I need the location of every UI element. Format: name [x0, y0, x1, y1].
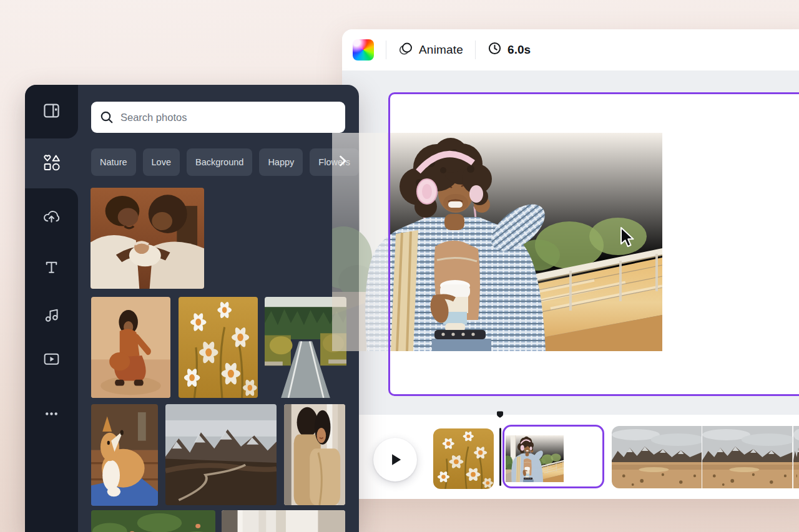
music-note-icon	[42, 305, 61, 324]
search-input[interactable]	[120, 112, 336, 123]
toolbar-divider	[386, 41, 386, 59]
elements-shapes-icon	[42, 153, 61, 172]
text-icon	[42, 258, 61, 277]
photo-tile-daisies[interactable]	[179, 297, 258, 398]
sidebar: Nature Love Background Happy Flowers	[25, 85, 359, 532]
editor-toolbar: Animate 6.0s	[342, 29, 799, 70]
chevron-right-icon	[338, 154, 348, 168]
playhead-marker[interactable]	[496, 410, 504, 418]
sidebar-item-audio[interactable]	[42, 305, 61, 324]
sidebar-item-uploads[interactable]	[42, 207, 61, 226]
search-bar	[91, 102, 345, 133]
design-templates-icon	[42, 101, 61, 120]
chip-happy[interactable]: Happy	[259, 148, 303, 176]
sidebar-item-elements[interactable]	[42, 153, 61, 172]
playhead-line[interactable]	[499, 428, 501, 486]
photo-tile-mountains[interactable]	[165, 404, 277, 505]
chip-background[interactable]: Background	[187, 148, 252, 176]
timeline-clip-video[interactable]	[612, 426, 799, 488]
animate-button[interactable]: Animate	[398, 41, 463, 59]
sidebar-item-text[interactable]	[42, 258, 61, 277]
chips-scroll-next-button[interactable]	[337, 154, 348, 169]
sidebar-item-videos[interactable]	[42, 349, 61, 369]
color-picker-swatch[interactable]	[353, 39, 374, 60]
timeline-clip-selected-thumbnail	[506, 435, 564, 482]
canva-editor-screenshot: Animate 6.0s	[0, 0, 799, 532]
duration-value: 6.0s	[507, 43, 531, 57]
search-icon	[100, 110, 114, 124]
video-player-icon	[42, 349, 61, 369]
sidebar-item-design[interactable]	[42, 101, 61, 120]
search-suggestion-chips: Nature Love Background Happy Flowers	[91, 148, 359, 176]
animate-icon	[398, 41, 413, 59]
photo-tile-family[interactable]	[91, 188, 204, 289]
timeline-clip-flowers[interactable]	[433, 428, 494, 489]
chip-nature[interactable]: Nature	[91, 148, 136, 176]
play-button[interactable]	[373, 438, 417, 481]
photo-tile-corgi[interactable]	[91, 404, 158, 506]
chip-love[interactable]: Love	[143, 148, 180, 176]
sidebar-item-more[interactable]	[42, 404, 61, 423]
selected-photo-element[interactable]	[332, 133, 662, 351]
duration-button[interactable]: 6.0s	[488, 41, 531, 59]
ellipsis-icon	[42, 404, 61, 423]
animate-label: Animate	[419, 43, 463, 57]
timeline-clip-selected[interactable]	[502, 425, 604, 488]
photo-tile-woman-beige[interactable]	[284, 404, 345, 505]
photo-tile-interior[interactable]	[222, 510, 345, 532]
photo-tile-greenery[interactable]	[91, 510, 215, 532]
cloud-upload-icon	[42, 207, 61, 226]
toolbar-divider	[475, 41, 476, 59]
timeline	[342, 415, 799, 499]
clock-icon	[488, 41, 502, 59]
play-icon	[387, 452, 403, 468]
photo-tile-woman-orange[interactable]	[91, 297, 170, 398]
